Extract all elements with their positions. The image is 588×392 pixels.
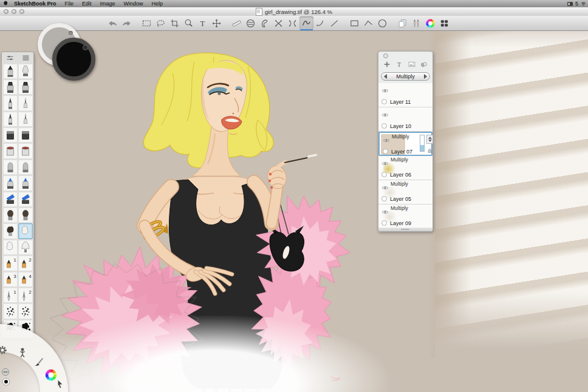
arc-curve-tool[interactable] [313,16,327,30]
line-tool[interactable] [327,16,341,30]
lagoon-color-dot-button[interactable] [1,377,11,387]
blend-next-arrow[interactable] [424,74,427,79]
color-puck[interactable] [52,38,95,81]
symmetry-y-tool[interactable] [285,16,299,30]
brush-fan-swatch[interactable] [18,240,33,255]
layer-row-layer-06[interactable]: MultiplyLayer 06 [378,156,432,180]
brush-scatter-swatch[interactable] [18,303,33,319]
brush-marker-chisel-swatch[interactable] [18,79,33,95]
brush-pencil-num-3-swatch[interactable]: 3 [3,272,18,287]
swatches-tool[interactable] [437,16,451,30]
undo-tool[interactable] [106,16,120,30]
brush-pen-fine-swatch[interactable] [18,112,33,127]
lagoon-cursor-icon[interactable] [55,379,66,390]
brush-pen-swatch[interactable] [3,95,18,110]
brush-pencil-dark-swatch[interactable] [3,64,18,79]
brush-pen-num-2-swatch[interactable]: 2 [18,288,33,303]
lagoon-mini-puck-button[interactable] [1,367,10,377]
zoom-button[interactable] [19,9,24,14]
brush-brush-round-swatch[interactable] [3,208,18,223]
layer-visibility-eye-icon[interactable] [381,206,389,212]
brush-bullet-swatch[interactable] [3,160,18,175]
menu-help[interactable]: Help [148,1,168,7]
polyline-tool[interactable] [361,16,375,30]
brush-pencil-num-2-swatch[interactable]: 2 [18,255,33,271]
brush-pen-fine-swatch[interactable] [18,95,33,110]
drawing-canvas[interactable] [0,30,588,392]
brush-eraser-swatch[interactable] [3,127,18,143]
panel-resize-grip[interactable] [378,228,432,231]
window-controls[interactable] [4,9,24,14]
menu-app-name[interactable]: SketchBook Pro [10,1,61,7]
redo-tool[interactable] [120,16,134,30]
layer-lock-icon[interactable] [426,146,433,154]
brush-smudge-swatch[interactable] [18,223,33,238]
layers-tool[interactable] [395,16,409,30]
brush-eraser-swatch[interactable] [18,127,33,143]
menu-file[interactable]: File [61,1,78,7]
move-tool[interactable] [210,16,224,30]
brush-paint-can-swatch[interactable] [18,143,33,158]
brush-pencil-num-1-swatch[interactable]: 1 [3,255,18,271]
layer-visibility-eye-icon[interactable] [381,182,389,188]
lasso-select-tool[interactable] [154,16,168,30]
add-layer-button[interactable] [383,60,391,71]
title-bar[interactable]: girl_drawing.tif @ 126.4 % [0,7,588,16]
stroke-style-button[interactable] [18,52,33,63]
menu-extras[interactable]: 5 [567,1,588,7]
brush-marker-chisel-swatch[interactable] [3,79,18,95]
marquee-select-tool[interactable] [140,16,154,30]
layer-radio[interactable] [381,220,387,226]
layer-row-layer-05[interactable]: MultiplyLayer 05 [378,180,432,204]
brush-bullet-swatch[interactable] [18,160,33,175]
layer-radio[interactable] [381,123,387,129]
brush-settings-button[interactable] [2,52,18,63]
layer-row-layer-09[interactable]: MultiplyLayer 09 [378,204,432,229]
text-layer-button[interactable]: T [395,60,403,71]
lagoon-character-icon[interactable] [16,346,29,359]
layer-opacity-slider[interactable] [420,135,425,152]
layer-visibility-eye-icon[interactable] [381,85,389,90]
close-button[interactable] [4,9,9,14]
layer-radio[interactable] [381,99,387,104]
text-tool[interactable]: T [196,16,210,30]
brush-pen-num-1-swatch[interactable]: 1 [3,288,18,303]
lagoon-gear-icon[interactable] [0,344,9,356]
lagoon-paintbrush-icon[interactable] [33,356,45,368]
layer-visibility-eye-icon[interactable] [383,135,390,140]
layer-row-layer-10[interactable]: Layer 10 [378,107,432,132]
ruler-tool[interactable] [230,16,244,30]
brush-marker-blue-swatch[interactable] [18,175,33,191]
panel-handle[interactable] [383,53,388,58]
layer-row-layer-11[interactable]: Layer 11 [378,83,432,107]
brush-smudge-swatch[interactable] [3,240,18,255]
layer-visibility-eye-icon[interactable] [381,158,389,163]
blend-prev-arrow[interactable] [384,74,387,79]
layer-visibility-eye-icon[interactable] [381,109,389,115]
ellipse-tool[interactable] [375,16,389,30]
brush-paint-can-swatch[interactable] [3,143,18,158]
symmetry-x-tool[interactable] [272,16,285,30]
import-image-button[interactable] [408,60,416,71]
layer-radio[interactable] [381,196,387,201]
brushes-tool[interactable] [409,16,423,30]
menu-image[interactable]: Image [96,1,120,7]
blend-mode-selector[interactable]: Multiply [381,72,430,81]
brush-pencil-num-4-swatch[interactable]: 4 [18,272,33,287]
brush-brush-round-swatch[interactable] [18,208,33,223]
menu-window[interactable]: Window [120,1,148,7]
rectangle-tool[interactable] [347,16,361,30]
clear-layer-button[interactable] [420,60,428,71]
brush-brush-fluffy-swatch[interactable] [3,223,18,238]
brush-pen-swatch[interactable] [3,112,18,127]
menu-edit[interactable]: Edit [78,1,96,7]
apple-menu[interactable] [0,0,10,7]
french-curve-tool[interactable] [258,16,272,30]
layer-row-layer-07[interactable]: MultiplyLayer 07 [378,132,432,156]
ellipse-guide-tool[interactable] [244,16,258,30]
layer-order-spinner[interactable] [426,135,433,144]
brush-marker-blue-swatch[interactable] [3,175,18,191]
brush-scatter-swatch[interactable] [3,303,18,319]
brush-wedge-blue-swatch[interactable] [3,192,18,207]
zoom-tool[interactable] [182,16,196,30]
